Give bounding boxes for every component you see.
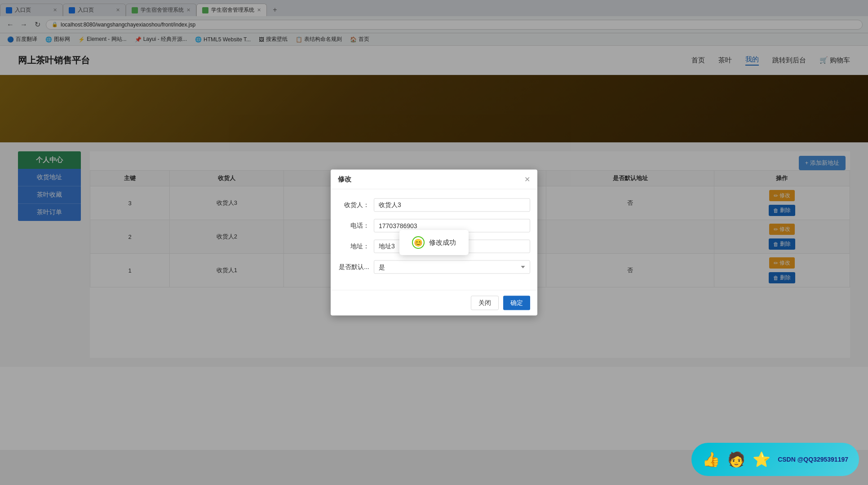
receiver-label: 收货人： <box>338 201 369 209</box>
toast-message: 修改成功 <box>429 238 456 247</box>
default-select[interactable]: 是 否 <box>374 260 530 274</box>
modal-header: 修改 ✕ <box>331 170 537 190</box>
modal-close-x[interactable]: ✕ <box>524 175 530 184</box>
success-toast: 😊 修改成功 <box>399 230 469 255</box>
modal-footer: 关闭 确定 <box>331 290 537 316</box>
receiver-input[interactable] <box>374 198 530 212</box>
form-row-default: 是否默认... 是 否 <box>338 260 530 274</box>
modal-close-button[interactable]: 关闭 <box>471 296 499 310</box>
address-label: 地址： <box>338 242 369 251</box>
csdn-watermark: 👍 🧑 ⭐ CSDN @QQ3295391197 <box>691 443 859 450</box>
phone-label: 电话： <box>338 222 369 230</box>
modal-title: 修改 <box>338 175 351 184</box>
default-label: 是否默认... <box>338 263 369 271</box>
modal-confirm-button[interactable]: 确定 <box>503 296 530 310</box>
toast-icon: 😊 <box>412 236 425 249</box>
form-row-receiver: 收货人： <box>338 198 530 212</box>
